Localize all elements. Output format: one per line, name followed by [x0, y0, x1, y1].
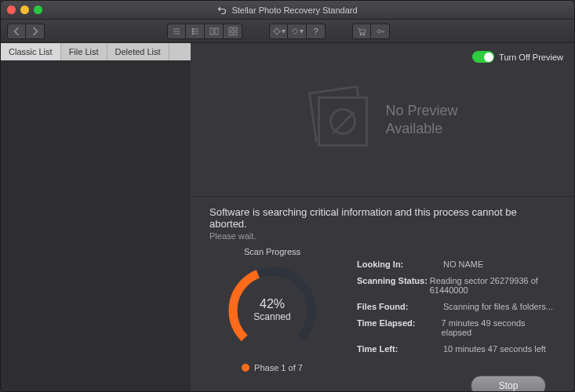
tab-classic-list[interactable]: Classic List [1, 43, 61, 60]
no-preview-icon [307, 89, 374, 151]
no-preview-text: No Preview Available [385, 102, 457, 137]
svg-rect-3 [210, 28, 213, 34]
files-found-value: Scanning for files & folders... [443, 302, 553, 311]
svg-point-10 [360, 34, 362, 35]
svg-rect-8 [234, 32, 237, 35]
phase-dot-icon [242, 364, 249, 372]
svg-point-1 [192, 31, 194, 32]
scanning-status-value: Reading sector 26279936 of 61440000 [430, 276, 555, 295]
cart-button[interactable] [352, 24, 371, 39]
progress-panel: Software is searching critical informati… [191, 196, 574, 392]
undo-icon [217, 5, 227, 15]
progress-percent: 42% [221, 297, 323, 311]
tab-deleted-list[interactable]: Deleted List [107, 43, 169, 60]
svg-point-11 [363, 34, 365, 35]
app-window: Stellar Photo Recovery Standard ▾ ▾ ? [0, 0, 575, 392]
forward-button[interactable] [26, 24, 45, 39]
back-button[interactable] [7, 24, 26, 39]
svg-point-9 [275, 29, 279, 34]
scanning-status-label: Scanning Status: [357, 276, 430, 295]
progress-details: Looking In:NO NAME Scanning Status:Readi… [357, 247, 555, 372]
svg-rect-6 [234, 27, 237, 31]
tab-file-list[interactable]: File List [61, 43, 107, 60]
window-title: Stellar Photo Recovery Standard [231, 5, 357, 15]
files-found-label: Files Found: [357, 302, 443, 311]
looking-in-label: Looking In: [357, 260, 443, 269]
preview-toggle-row: Turn Off Preview [472, 51, 563, 63]
sidebar-tabs: Classic List File List Deleted List [1, 43, 191, 60]
looking-in-value: NO NAME [443, 260, 483, 269]
time-left-value: 10 minutes 47 seconds left [443, 344, 546, 354]
svg-point-12 [377, 30, 380, 33]
view-grid-icon[interactable] [224, 24, 242, 39]
svg-rect-5 [229, 27, 232, 31]
sidebar-body [1, 60, 191, 391]
time-elapsed-value: 7 minutes 49 seconds elapsed [442, 318, 555, 337]
help-button[interactable]: ? [307, 24, 326, 39]
key-button[interactable] [371, 24, 390, 39]
toolbar: ▾ ▾ ? [1, 20, 574, 43]
preview-area: No Preview Available [191, 43, 574, 196]
progress-gauge: 42% Scanned [221, 260, 323, 361]
time-elapsed-label: Time Elapsed: [357, 318, 442, 337]
view-bullets-icon[interactable] [186, 24, 205, 39]
progress-scanned-label: Scanned [221, 311, 323, 322]
time-left-label: Time Left: [357, 344, 443, 354]
settings-button[interactable]: ▾ [269, 24, 288, 39]
history-button[interactable]: ▾ [288, 24, 307, 39]
phase-label: Phase 1 of 7 [254, 363, 303, 372]
svg-point-2 [192, 33, 194, 34]
preview-toggle-label: Turn Off Preview [499, 53, 563, 62]
sidebar: Classic List File List Deleted List [1, 43, 191, 391]
preview-toggle[interactable] [472, 51, 494, 63]
titlebar: Stellar Photo Recovery Standard [1, 1, 574, 20]
main-panel: Turn Off Preview No Preview Available So… [191, 43, 574, 391]
svg-rect-4 [215, 28, 218, 34]
svg-point-0 [192, 28, 194, 30]
view-columns-icon[interactable] [205, 24, 224, 39]
svg-rect-7 [229, 32, 232, 35]
view-list-icon[interactable] [167, 24, 186, 39]
scan-progress-title: Scan Progress [209, 247, 335, 256]
stop-button[interactable]: Stop [471, 376, 546, 392]
status-message: Software is searching critical informati… [209, 206, 555, 230]
status-submessage: Please wait. [209, 231, 555, 241]
